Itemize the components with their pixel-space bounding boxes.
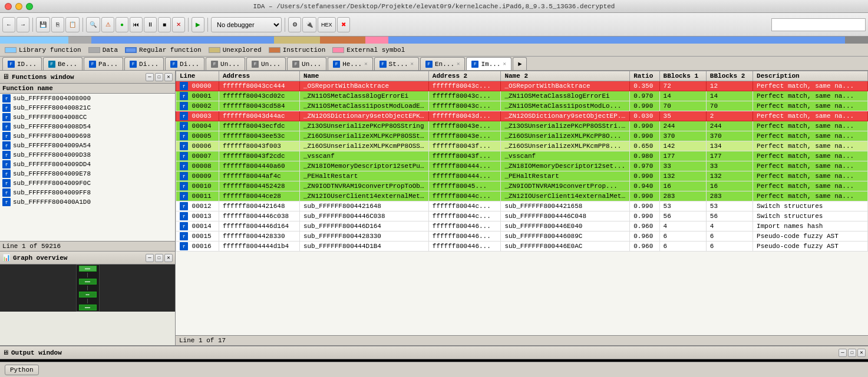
col-address2[interactable]: Address 2 [428,71,501,81]
toolbar-hex-btn[interactable]: HEX [318,17,336,32]
toolbar-close-btn[interactable]: ✖ [337,17,350,32]
table-row[interactable]: f 00001 ffffff80043cd02c _ZN11OSMetaClas… [176,91,868,101]
fn-list-item[interactable]: fsub_FFFFFF8004008000 [0,94,175,103]
table-row[interactable]: f 00000 ffffff80043cc444 _OSReportWithBa… [176,81,868,91]
go-close-btn[interactable]: ✕ [164,254,173,262]
toolbar-forward-btn[interactable]: → [16,17,29,32]
tab-pa[interactable]: F Pa... [84,57,123,70]
table-row[interactable]: f 00007 ffffff80043f2cdc _vsscanf ffffff… [176,151,868,161]
fn-list-item[interactable]: fsub_FFFFFF800400821C [0,103,175,113]
tab-st-close[interactable]: ✕ [411,61,414,67]
col-name[interactable]: Name [299,71,428,81]
table-row[interactable]: f 00006 ffffff80043f003 _Z16OSUnserializ… [176,141,868,151]
go-restore-btn[interactable]: ☐ [155,254,163,262]
tab-im[interactable]: F Im... ✕ [466,57,511,70]
tab-un3[interactable]: F Un... [287,57,326,70]
col-line[interactable]: Line [176,71,219,81]
toolbar-warning-btn[interactable]: ⚠ [101,17,114,32]
fn-list-item[interactable]: fsub_FFFFFF8004009DD4 [0,160,175,169]
toolbar-save-btn[interactable]: 💾 [36,17,50,32]
fn-list-item[interactable]: fsub_FFFFFF8004008CC [0,113,175,122]
cell-address: ffffff80043f003 [219,141,299,151]
tab-en-close[interactable]: ✕ [457,61,460,67]
tab-en[interactable]: F En... ✕ [420,57,465,70]
tab-id[interactable]: F ID... [2,57,42,70]
table-row[interactable]: f 00004 ffffff80043ecfdc _Z13OSUnseriali… [176,121,868,131]
fn-list-item[interactable]: fsub_FFFFFF8004009E78 [0,169,175,178]
toolbar-settings-btn[interactable]: ⚙ [288,17,301,32]
table-row[interactable]: f 00011 ffffff80044ce28 _ZN12IOUserClien… [176,191,868,201]
close-button[interactable] [5,3,12,10]
python-button[interactable]: Python [5,365,39,375]
toolbar-back-btn[interactable]: ← [2,17,15,32]
fw-minimize-btn[interactable]: — [146,73,154,81]
tab-di2[interactable]: F Di... [165,57,204,70]
toolbar-sep3 [188,18,189,32]
fw-close-btn[interactable]: ✕ [164,73,173,81]
col-name2[interactable]: Name 2 [501,71,630,81]
fn-list[interactable]: fsub_FFFFFF8004008000fsub_FFFFFF80040082… [0,94,175,241]
fn-list-item[interactable]: fsub_FFFFFF800400A1D0 [0,197,175,207]
fn-list-item[interactable]: fsub_FFFFFF8004009698 [0,131,175,141]
fn-list-item[interactable]: fsub_FFFFFF8004009A54 [0,141,175,150]
col-bb2[interactable]: BBlocks 2 [706,71,753,81]
cell-line: f 00001 [176,91,219,101]
col-desc[interactable]: Description [753,71,868,81]
go-minimize-btn[interactable]: — [146,254,154,262]
fn-list-item[interactable]: fsub_FFFFFF8004009FF8 [0,188,175,197]
ow-close-btn[interactable]: ✕ [857,349,866,357]
toolbar-run-btn[interactable]: ● [115,17,128,32]
col-address[interactable]: Address [219,71,299,81]
cell-ratio: 0.990 [630,121,659,131]
table-row[interactable]: f 00015 ffffff8004428330 sub_FFFFFF80044… [176,232,868,242]
table-row[interactable]: f 00003 ffffff80043d44ac _ZN12OSDictiona… [176,111,868,121]
ow-restore-btn[interactable]: ☐ [848,349,856,357]
cell-desc: Perfect match, same na... [753,151,868,161]
table-row[interactable]: f 00008 ffffff8004440a60 _ZN18IOMemoryDe… [176,161,868,171]
col-bb1[interactable]: BBlocks 1 [659,71,706,81]
toolbar-copy-btn[interactable]: ⎘ [51,17,64,32]
fn-list-item[interactable]: fsub_FFFFFF8004008D54 [0,122,175,131]
table-row[interactable]: f 00005 ffffff80043ee53c _Z16OSUnseriali… [176,131,868,141]
tab-un2[interactable]: F Un... [246,57,286,70]
fn-item-icon: f [2,198,11,206]
table-row[interactable]: f 00010 ffffff8004452428 _ZN9IODTNVRAM19… [176,181,868,191]
toolbar-paste-btn[interactable]: 📋 [65,17,80,32]
search-input[interactable] [771,18,866,31]
fw-restore-btn[interactable]: ☐ [155,73,163,81]
tab-be[interactable]: F Be... [43,57,82,70]
maximize-button[interactable] [26,3,33,10]
toolbar-x-btn[interactable]: ✕ [172,17,185,32]
cell-address: ffffff8004428330 [219,232,299,242]
tab-im-close[interactable]: ✕ [503,61,506,67]
minimize-button[interactable] [15,3,22,10]
tab-he[interactable]: F He... ✕ [328,57,372,70]
ow-minimize-btn[interactable]: — [839,349,847,357]
fn-list-item[interactable]: fsub_FFFFFF8004009F0C [0,178,175,188]
tab-di1[interactable]: F Di... [124,57,164,70]
toolbar-plugin-btn[interactable]: 🔌 [302,17,316,32]
table-row[interactable]: f 00014 ffffff8004446d164 sub_FFFFFF8004… [176,221,868,232]
col-ratio[interactable]: Ratio [630,71,659,81]
tab-he-close[interactable]: ✕ [364,61,367,67]
table-row[interactable]: f 00002 ffffff80043cd584 _ZN11OSMetaClas… [176,101,868,111]
table-row[interactable]: f 00009 ffffff80044af4c _PEHaltRestart f… [176,171,868,181]
toolbar-search-btn[interactable]: 🔍 [86,17,100,32]
tab-more[interactable]: ► [513,57,527,70]
cell-bb1: 6 [659,232,706,242]
tab-st[interactable]: F St... ✕ [374,57,419,70]
fn-list-item[interactable]: fsub_FFFFFF8004009D38 [0,150,175,160]
cell-bb2: 16 [706,181,753,191]
table-row[interactable]: f 00012 ffffff8004421648 sub_FFFFFF80044… [176,201,868,211]
toolbar-play-btn[interactable]: ▶ [192,17,204,32]
go-header: 📊 Graph overview — ☐ ✕ [0,252,175,264]
toolbar-pause-btn[interactable]: ⏸ [144,17,157,32]
toolbar-step-btn[interactable]: ⏮ [130,17,143,32]
table-row[interactable]: f 00016 ffffff8004444d1b4 sub_FFFFFF8004… [176,242,868,252]
table-container[interactable]: Line Address Name Address 2 Name 2 Ratio… [176,71,868,335]
fn-item-label: sub_FFFFFF8004009E78 [13,170,91,177]
tab-un1[interactable]: F Un... [206,57,245,70]
table-row[interactable]: f 00013 ffffff8004446c038 sub_FFFFFF8004… [176,211,868,221]
toolbar-stop-btn[interactable]: ■ [158,17,171,32]
debugger-select[interactable]: No debugger [211,17,282,32]
